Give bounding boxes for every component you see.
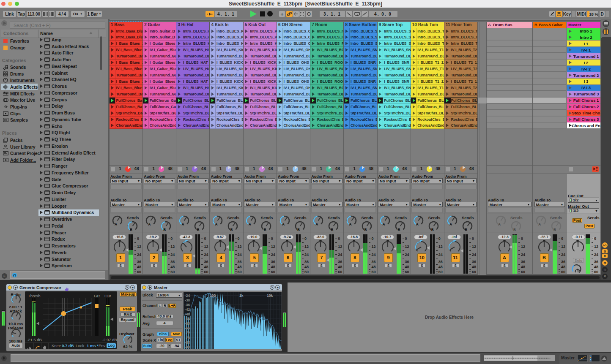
svg-text:-42: -42 xyxy=(185,307,190,312)
svg-text:-90: -90 xyxy=(185,345,190,349)
svg-text:-48: -48 xyxy=(185,312,190,316)
svg-text:-24: -24 xyxy=(185,293,190,298)
svg-text:-66: -66 xyxy=(185,326,190,330)
svg-text:-72: -72 xyxy=(185,331,190,335)
svg-text:-60: -60 xyxy=(185,321,190,326)
svg-text:-78: -78 xyxy=(185,336,190,340)
svg-text:100: 100 xyxy=(210,293,216,298)
svg-text:-54: -54 xyxy=(185,317,190,321)
svg-text:1k: 1k xyxy=(239,293,244,298)
svg-text:-36: -36 xyxy=(185,303,190,307)
svg-text:-84: -84 xyxy=(185,340,190,345)
svg-text:-30: -30 xyxy=(185,298,190,302)
svg-text:10k: 10k xyxy=(267,293,273,298)
